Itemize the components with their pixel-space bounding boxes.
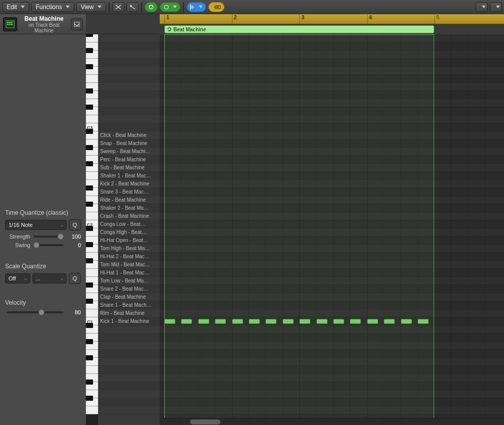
- scale-root-dropdown[interactable]: Off: [5, 273, 30, 284]
- scale-apply-button[interactable]: Q: [69, 273, 81, 284]
- quantize-value-dropdown[interactable]: 1/16 Note: [5, 220, 67, 230]
- grid-row[interactable]: [160, 366, 504, 374]
- midi-note[interactable]: [164, 319, 175, 324]
- midi-note[interactable]: [299, 319, 310, 324]
- midi-note[interactable]: [232, 319, 243, 324]
- grid-row[interactable]: [160, 269, 504, 277]
- scale-quantize-label: Scale Quantize: [5, 263, 81, 270]
- scale-type-dropdown[interactable]: ...: [32, 273, 67, 284]
- region-title: Beat Machine: [21, 15, 67, 22]
- midi-note[interactable]: [350, 319, 361, 324]
- grid-row[interactable]: [160, 107, 504, 115]
- grid-row[interactable]: [160, 350, 504, 358]
- note-name: Hi-Hat Open - Beat…: [98, 237, 160, 245]
- piano-roll-grid[interactable]: [160, 34, 504, 418]
- midi-note[interactable]: [316, 319, 328, 324]
- grid-row[interactable]: [160, 91, 504, 99]
- grid-row[interactable]: [160, 180, 504, 188]
- swing-slider[interactable]: [33, 244, 64, 246]
- piano-keyboard[interactable]: C3C2C1: [86, 34, 98, 425]
- instrument-thumb[interactable]: [3, 17, 17, 31]
- note-name: [98, 123, 160, 131]
- grid-row[interactable]: [160, 67, 504, 75]
- grid-row[interactable]: [160, 59, 504, 67]
- grid-row[interactable]: [160, 188, 504, 196]
- grid-row[interactable]: [160, 212, 504, 220]
- grid-row[interactable]: [160, 285, 504, 293]
- svg-rect-11: [9, 24, 11, 25]
- collapse-icon[interactable]: [112, 2, 124, 12]
- grid-row[interactable]: [160, 317, 504, 325]
- grid-row[interactable]: [160, 406, 504, 414]
- midi-out-icon[interactable]: [145, 2, 158, 12]
- grid-row[interactable]: [160, 42, 504, 51]
- grid-row[interactable]: [160, 390, 504, 398]
- midi-note[interactable]: [283, 319, 294, 324]
- midi-note[interactable]: [249, 319, 260, 324]
- link-icon[interactable]: [208, 2, 224, 12]
- velocity-slider[interactable]: [7, 311, 64, 313]
- grid-row[interactable]: [160, 228, 504, 237]
- grid-row[interactable]: [160, 245, 504, 253]
- midi-note[interactable]: [181, 319, 192, 324]
- bar-ruler[interactable]: 12345: [160, 14, 504, 24]
- midi-note[interactable]: [215, 319, 226, 324]
- region-clip-label: Beat Machine: [173, 27, 206, 32]
- grid-row[interactable]: [160, 115, 504, 123]
- view-menu[interactable]: View: [76, 2, 106, 12]
- midi-note[interactable]: [198, 319, 209, 324]
- grid-row[interactable]: [160, 237, 504, 245]
- functions-menu[interactable]: Functions: [31, 2, 74, 12]
- grid-row[interactable]: [160, 172, 504, 180]
- region-subtitle: on Track Beat Machine: [21, 22, 67, 33]
- grid-row[interactable]: [160, 325, 504, 334]
- catch-icon[interactable]: [187, 2, 206, 12]
- region-clip[interactable]: Beat Machine: [164, 25, 434, 33]
- grid-row[interactable]: [160, 148, 504, 156]
- grid-row[interactable]: [160, 99, 504, 107]
- grid-row[interactable]: [160, 75, 504, 83]
- grid-row[interactable]: [160, 123, 504, 131]
- grid-row[interactable]: [160, 358, 504, 366]
- grid-row[interactable]: [160, 220, 504, 228]
- grid-row[interactable]: [160, 164, 504, 172]
- grid-row[interactable]: [160, 293, 504, 301]
- grid-row[interactable]: [160, 253, 504, 261]
- horizontal-scrollbar[interactable]: [160, 418, 504, 425]
- pointer-tool-icon[interactable]: [476, 2, 488, 12]
- midi-note[interactable]: [367, 319, 378, 324]
- edit-menu[interactable]: Edit: [2, 2, 29, 12]
- midi-note[interactable]: [401, 319, 412, 324]
- grid-row[interactable]: [160, 156, 504, 164]
- grid-row[interactable]: [160, 196, 504, 204]
- grid-row[interactable]: [160, 83, 504, 91]
- grid-row[interactable]: [160, 309, 504, 317]
- grid-row[interactable]: [160, 34, 504, 42]
- grid-row[interactable]: [160, 374, 504, 382]
- midi-note[interactable]: [333, 319, 344, 324]
- midi-note[interactable]: [418, 319, 429, 324]
- grid-row[interactable]: [160, 131, 504, 139]
- midi-note[interactable]: [384, 319, 395, 324]
- midi-dropdown-icon[interactable]: [160, 2, 180, 12]
- note-name: [98, 34, 160, 42]
- pencil-tool-icon[interactable]: [490, 2, 502, 12]
- grid-row[interactable]: [160, 382, 504, 390]
- note-name: [98, 99, 160, 107]
- grid-row[interactable]: [160, 261, 504, 269]
- grid-row[interactable]: [160, 139, 504, 148]
- midi-in-icon[interactable]: [126, 2, 139, 12]
- grid-row[interactable]: [160, 204, 504, 212]
- grid-row[interactable]: [160, 334, 504, 342]
- grid-row[interactable]: [160, 398, 504, 406]
- note-name: Crash - Beat Machine: [98, 212, 160, 220]
- strength-slider[interactable]: [33, 235, 64, 238]
- grid-row[interactable]: [160, 51, 504, 59]
- grid-row[interactable]: [160, 301, 504, 309]
- note-name: [98, 67, 160, 75]
- grid-row[interactable]: [160, 277, 504, 285]
- quantize-apply-button[interactable]: Q: [69, 219, 81, 230]
- disclosure-icon[interactable]: [71, 18, 83, 30]
- midi-note[interactable]: [265, 319, 277, 324]
- grid-row[interactable]: [160, 342, 504, 350]
